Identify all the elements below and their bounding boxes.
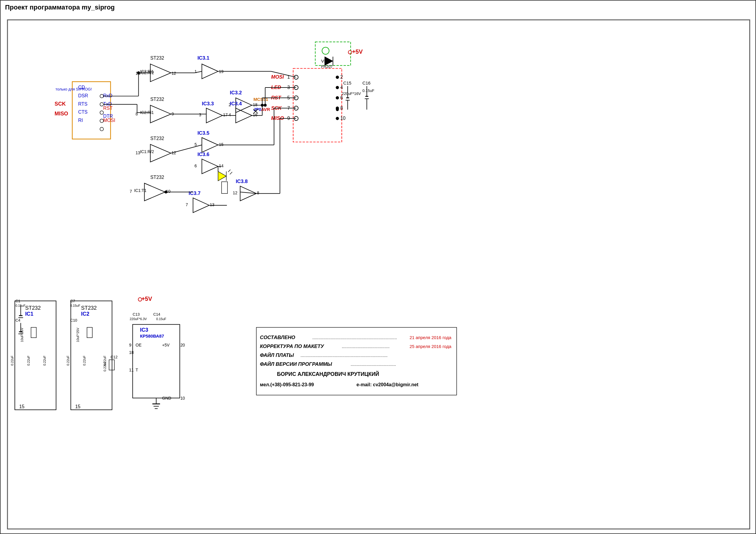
svg-point-8 [336, 86, 339, 89]
c13-val: 220uF*6.3V [130, 317, 147, 321]
ic3-5-label: IC3.5 [198, 130, 209, 136]
pin12-ic2-r2: 12 [172, 71, 176, 76]
c12-label: C12 [110, 355, 118, 359]
plus5v-bottom: +5V [141, 295, 152, 302]
ic3-7-label: IC3.7 [189, 191, 201, 196]
file-board-label: ФАЙЛ ПЛАТЫ [260, 352, 294, 358]
ic3-5-pin5: 5 [195, 142, 197, 147]
c6-val: 0.22uF [43, 355, 46, 366]
svg-point-23 [348, 50, 352, 54]
ic3-8-label: IC3.8 [236, 179, 248, 184]
svg-point-57 [336, 108, 339, 111]
pin13-ic1: 13 [136, 150, 141, 155]
st232-label-3: ST232 [150, 136, 164, 141]
schematic-page: Проект программатора my_siprog CD DSR RT… [0, 0, 756, 534]
c9-val: 0.22uF [83, 355, 86, 366]
ic3-2-pin18: 18 [253, 102, 257, 107]
c16-value: 0.15uF [362, 89, 374, 93]
svg-point-53 [261, 104, 264, 107]
c4-label: C4 [15, 318, 20, 322]
ic3-3-pin3: 3 [199, 113, 201, 117]
file-board-dots: ........................................… [301, 353, 388, 358]
c13-label: C13 [133, 312, 140, 317]
c3-val: 0.22uF [11, 355, 14, 366]
ic3-6-triangle [202, 159, 218, 174]
file-version-label: ФАЙЛ ВЕРСИИ ПРОГРАММЫ [260, 361, 332, 367]
num15-ic2: 15 [75, 404, 80, 409]
c12-val: 0.22uF [103, 361, 107, 371]
ic3-3-pin17: 17 [223, 113, 228, 117]
cap-c9 [87, 327, 92, 338]
st232-bottom-2: ST232 [81, 305, 97, 311]
ic3-4-triangle [236, 108, 252, 123]
db9-ri-label: RI [78, 118, 83, 123]
ic3-4-label: IC3.4 [230, 101, 242, 107]
c14-val: 0.15uF [156, 317, 166, 321]
composed-date: 21 апреля 2016 года [410, 335, 452, 340]
pin6-right: 6 [340, 95, 343, 100]
ic3-6-pin14: 14 [219, 164, 224, 168]
email-label: e-mail: cv2004a@bigmir.net [357, 382, 419, 387]
db9-cts-label: CTS [78, 110, 88, 114]
plus5v-label: +5V [352, 48, 363, 55]
pin-ri [100, 127, 104, 131]
siprog-note: только для SIPROG! [56, 87, 92, 91]
svg-point-56 [336, 76, 339, 79]
c5-val: 0.22uF [27, 355, 30, 366]
ic3-3-label: IC3.3 [202, 101, 214, 107]
ic1-st232-box [15, 301, 56, 410]
c10-label: C10 [70, 318, 77, 322]
kr580-label: КР580ВА87 [140, 334, 164, 339]
svg-point-5 [294, 75, 298, 79]
pin2-right: 2 [340, 74, 343, 80]
c15-label-top: C15 [343, 81, 351, 86]
ic3-pin9: 9 [129, 343, 132, 347]
ic3-8-pin8: 8 [257, 191, 259, 195]
db9-rts-label: RTS [78, 101, 87, 107]
pin4-right: 4 [340, 85, 343, 90]
c8-val: 0.22uF [66, 355, 70, 366]
svg-point-55 [165, 191, 168, 193]
fr207-label: FR207 [321, 64, 333, 69]
pin7-ic1: 7 [130, 189, 132, 194]
num15-ic1: 15 [19, 404, 25, 409]
gnd-ic3: GND [162, 396, 171, 400]
sck-label-left: SCK [55, 101, 66, 107]
st232-bottom-1: ST232 [25, 305, 41, 311]
rxd-label: RxD [103, 93, 113, 98]
ic3-pin18: 18 [129, 350, 134, 355]
cap-c5 [31, 327, 36, 338]
c7-val: 0.15uF [70, 304, 80, 307]
page-title: Проект программатора my_siprog [5, 4, 115, 11]
composed-label: СОСТАВЛЕНО [260, 335, 295, 340]
ic3-5-triangle [202, 138, 218, 152]
miso-label-left: MISO [55, 111, 68, 116]
ic3-5-pin15: 15 [219, 142, 224, 147]
svg-line-4 [230, 172, 232, 174]
right-connector-dashed [293, 68, 342, 142]
db9-dsr-label: DSR [78, 93, 88, 98]
ic3-7-pin7: 7 [186, 202, 188, 207]
ic2-size: 10uF*25V [76, 327, 80, 342]
fuse-component [322, 47, 329, 54]
svg-point-52 [137, 71, 140, 74]
c7-label: C7 [70, 299, 75, 303]
file-version-dots: ..................................... [351, 362, 396, 367]
rst-label-db9: RST [103, 106, 113, 111]
ic3-pin11: 11 [129, 368, 134, 372]
ic3-8-pin12: 12 [233, 191, 237, 195]
svg-point-54 [264, 104, 267, 107]
st232-label-1: ST232 [150, 56, 164, 61]
svg-point-10 [336, 96, 339, 99]
ic3-pin20: 20 [180, 343, 185, 347]
ic3-label-bottom: IC3 [140, 327, 148, 333]
r2-resistor [222, 182, 228, 194]
correction-label: КОРРЕКТУРА ПО МАКЕТУ [260, 343, 324, 349]
ic2-st232-box [71, 301, 112, 410]
author-name: БОРИС АЛЕКСАНДРОВИЧ КРУТИЦКИЙ [277, 371, 379, 377]
ic3-1-label: IC3.1 [198, 55, 209, 61]
ic3-3-triangle [206, 108, 223, 123]
st232-label-4: ST232 [150, 175, 164, 180]
c14-label: C14 [153, 312, 160, 317]
schematic-area: CD DSR RTS CTS RI RxD TxD RST DTR MOSI S… [4, 18, 752, 530]
